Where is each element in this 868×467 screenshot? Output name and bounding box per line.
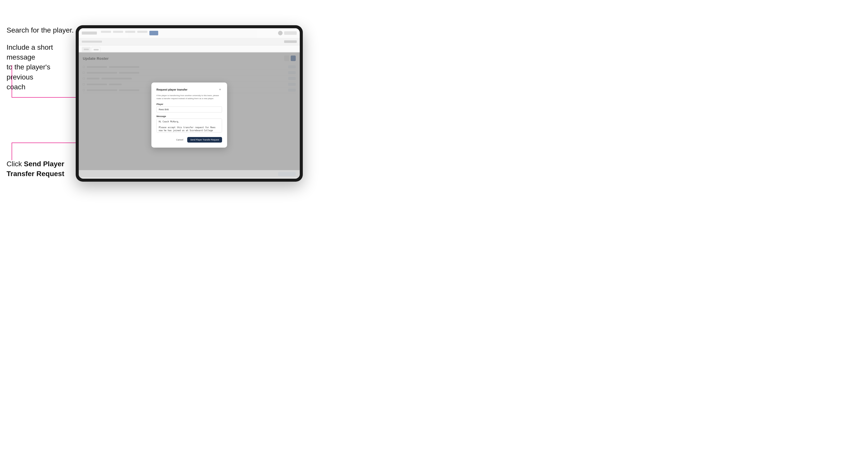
app-navbar <box>79 28 300 38</box>
cancel-button[interactable]: Cancel <box>174 137 185 142</box>
device-screen: Update Roster <box>79 28 300 179</box>
device-frame: Update Roster <box>76 25 303 182</box>
player-field-label: Player <box>156 103 222 105</box>
tab-1 <box>82 47 91 52</box>
nav-link-4 <box>137 31 147 33</box>
arrow-line-v2b <box>11 143 12 160</box>
nav-link-active <box>149 31 158 35</box>
nav-btn-placeholder <box>284 31 297 35</box>
main-content: Update Roster <box>79 53 300 178</box>
modal-dialog: Request player transfer × If the player … <box>151 83 227 147</box>
nav-link-2 <box>113 31 123 33</box>
modal-description: If the player is transferring from anoth… <box>156 94 222 100</box>
tab-dot-1 <box>84 49 89 50</box>
modal-overlay: Request player transfer × If the player … <box>79 53 300 178</box>
arrow-line-v1 <box>11 65 12 97</box>
nav-avatar <box>278 31 283 35</box>
sub-header <box>79 38 300 45</box>
message-textarea[interactable]: Hi Coach McHarg, Please accept this tran… <box>156 119 222 132</box>
message-field-label: Message <box>156 115 222 118</box>
modal-footer: Cancel Send Player Transfer Request <box>156 137 222 143</box>
annotation-message-text: Include a short message to the player's … <box>6 42 72 92</box>
tab-dot-2 <box>94 49 99 51</box>
nav-link-1 <box>101 31 111 33</box>
bottom-bar <box>79 170 300 178</box>
bottom-btn <box>278 172 296 176</box>
sub-action <box>284 40 297 43</box>
breadcrumb-placeholder <box>82 41 102 43</box>
nav-links <box>101 31 158 35</box>
modal-title: Request player transfer <box>156 88 187 91</box>
nav-logo <box>82 32 97 35</box>
nav-link-3 <box>125 31 135 33</box>
send-transfer-request-button[interactable]: Send Player Transfer Request <box>187 137 222 143</box>
tab-2 <box>92 47 100 52</box>
tab-bar <box>79 45 300 53</box>
player-input[interactable] <box>156 106 222 113</box>
annotation-click-text: Click Send Player Transfer Request <box>6 159 72 179</box>
nav-right <box>278 31 297 35</box>
modal-close-button[interactable]: × <box>218 88 222 92</box>
annotation-search-text: Search for the player. <box>6 25 74 35</box>
modal-header: Request player transfer × <box>156 88 222 92</box>
